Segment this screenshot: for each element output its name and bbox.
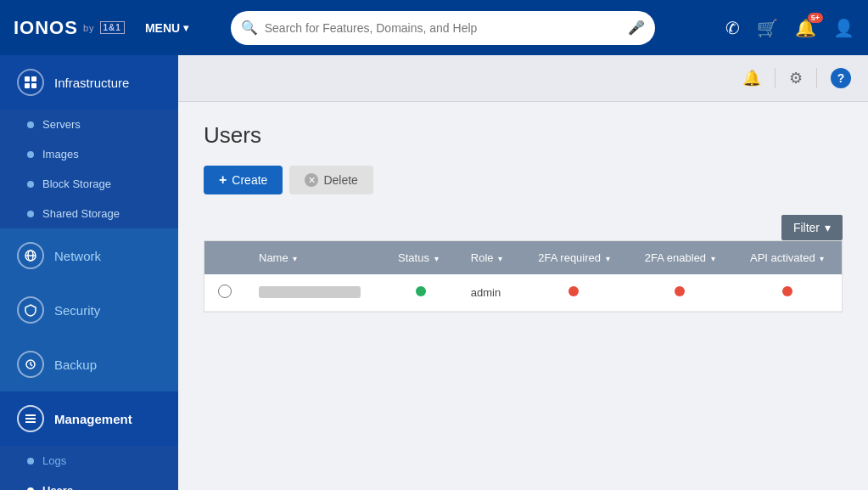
- col-api-activated[interactable]: API activated ▾: [732, 241, 842, 274]
- logs-dot: [27, 458, 34, 465]
- backup-icon: [17, 351, 44, 378]
- filter-bar: Filter ▾: [204, 215, 843, 240]
- top-bar-divider: [775, 68, 776, 88]
- sidebar-item-security[interactable]: Security: [0, 283, 178, 337]
- menu-label: MENU: [145, 21, 180, 35]
- security-icon: [17, 296, 44, 324]
- sidebar-item-block-storage[interactable]: Block Storage: [0, 169, 178, 199]
- images-dot: [27, 151, 34, 158]
- col-name[interactable]: Name ▾: [245, 241, 384, 274]
- filter-icon: ▾: [825, 221, 831, 234]
- table-row: admin: [204, 274, 842, 312]
- row-2fa-enabled-cell: [627, 274, 732, 312]
- table-header-row: Name ▾ Status ▾ Role ▾: [204, 241, 842, 274]
- row-checkbox-cell[interactable]: [204, 274, 245, 312]
- sidebar-item-network[interactable]: Network: [0, 228, 178, 283]
- shared-storage-label: Shared Storage: [42, 207, 120, 220]
- page-title: Users: [204, 122, 843, 149]
- sidebar: Infrastructure Servers Images Block Stor…: [0, 55, 178, 490]
- servers-dot: [27, 121, 34, 128]
- svg-rect-8: [25, 414, 36, 416]
- sidebar-item-servers[interactable]: Servers: [0, 110, 178, 139]
- block-storage-dot: [27, 181, 34, 188]
- row-api-activated-cell: [732, 274, 842, 312]
- menu-chevron-icon: ▾: [183, 22, 188, 34]
- sidebar-item-management[interactable]: Management: [0, 391, 178, 446]
- filter-label: Filter: [793, 221, 820, 234]
- create-plus-icon: +: [219, 172, 227, 188]
- col-role[interactable]: Role ▾: [457, 241, 521, 274]
- logo-by: by: [83, 23, 95, 33]
- users-dot: [27, 487, 34, 491]
- users-label: Users: [42, 484, 73, 490]
- nav-icons: ✆ 🛒 🔔 5+ 👤: [725, 18, 854, 38]
- logo-box: 1&1: [100, 21, 125, 34]
- col-2fa-required[interactable]: 2FA required ▾: [521, 241, 628, 274]
- 2fa-enabled-sort-icon: ▾: [711, 254, 715, 263]
- content-area: Users + Create ✕ Delete Filter ▾: [178, 102, 868, 490]
- row-2fa-required-cell: [521, 274, 628, 312]
- user-name-blurred: [259, 286, 361, 298]
- search-input[interactable]: [265, 21, 621, 35]
- create-button[interactable]: + Create: [204, 166, 283, 194]
- top-bar-help-icon[interactable]: ?: [831, 68, 851, 88]
- user-profile-icon[interactable]: 👤: [833, 18, 854, 38]
- infrastructure-label: Infrastructure: [54, 76, 129, 90]
- brand-logo: IONOS by 1&1: [14, 17, 125, 39]
- infrastructure-icon: [17, 69, 44, 96]
- notification-icon[interactable]: 🔔 5+: [795, 18, 816, 38]
- servers-label: Servers: [42, 118, 81, 131]
- images-label: Images: [42, 148, 79, 161]
- delete-label: Delete: [323, 173, 357, 187]
- main-content: 🔔 ⚙ ? Users + Create ✕ Delete Fil: [178, 55, 868, 490]
- top-bar-settings-icon[interactable]: ⚙: [789, 69, 803, 87]
- shared-storage-dot: [27, 211, 34, 217]
- main-layout: Infrastructure Servers Images Block Stor…: [0, 55, 868, 490]
- menu-button[interactable]: MENU ▾: [145, 21, 188, 35]
- svg-rect-9: [25, 418, 36, 420]
- col-status[interactable]: Status ▾: [384, 241, 457, 274]
- sidebar-item-images[interactable]: Images: [0, 139, 178, 169]
- users-table-container: Name ▾ Status ▾ Role ▾: [204, 240, 843, 313]
- top-bar-divider2: [816, 68, 817, 88]
- block-storage-label: Block Storage: [42, 177, 111, 190]
- col-checkbox: [204, 241, 245, 274]
- svg-rect-1: [31, 76, 36, 82]
- name-sort-icon: ▾: [293, 254, 297, 263]
- sidebar-item-logs[interactable]: Logs: [0, 446, 178, 476]
- navbar: IONOS by 1&1 MENU ▾ 🔍 🎤 ✆ 🛒 🔔 5+ 👤: [0, 0, 868, 55]
- api-activated-sort-icon: ▾: [820, 254, 824, 263]
- row-status-cell: [384, 274, 457, 312]
- col-2fa-enabled[interactable]: 2FA enabled ▾: [627, 241, 732, 274]
- search-bar: 🔍 🎤: [231, 11, 655, 45]
- delete-button[interactable]: ✕ Delete: [289, 166, 372, 194]
- filter-button[interactable]: Filter ▾: [781, 215, 843, 240]
- delete-circle-icon: ✕: [305, 173, 318, 187]
- sidebar-item-shared-storage[interactable]: Shared Storage: [0, 199, 178, 228]
- row-name-cell: [245, 274, 384, 312]
- top-bar: 🔔 ⚙ ?: [178, 55, 868, 102]
- row-select-radio[interactable]: [218, 284, 232, 298]
- users-table: Name ▾ Status ▾ Role ▾: [204, 241, 842, 312]
- cart-icon[interactable]: 🛒: [757, 18, 778, 38]
- row-role-cell: admin: [457, 274, 521, 312]
- network-icon: [17, 242, 44, 269]
- notification-badge: 5+: [808, 13, 823, 23]
- status-sort-icon: ▾: [434, 254, 439, 263]
- logs-label: Logs: [42, 454, 66, 467]
- status-indicator: [416, 286, 426, 296]
- search-icon: 🔍: [241, 20, 258, 36]
- sidebar-item-backup[interactable]: Backup: [0, 337, 178, 391]
- create-label: Create: [232, 173, 267, 187]
- role-value: admin: [471, 286, 501, 299]
- svg-rect-10: [25, 421, 36, 423]
- 2fa-required-indicator: [568, 286, 579, 296]
- phone-icon[interactable]: ✆: [725, 18, 740, 38]
- sidebar-item-users[interactable]: Users: [0, 476, 178, 490]
- 2fa-enabled-indicator: [675, 286, 685, 296]
- top-bar-bell-icon[interactable]: 🔔: [742, 69, 761, 87]
- microphone-icon: 🎤: [628, 20, 645, 36]
- sidebar-sub-management: Logs Users Roles: [0, 446, 178, 490]
- network-label: Network: [54, 249, 101, 263]
- sidebar-item-infrastructure[interactable]: Infrastructure: [0, 55, 178, 110]
